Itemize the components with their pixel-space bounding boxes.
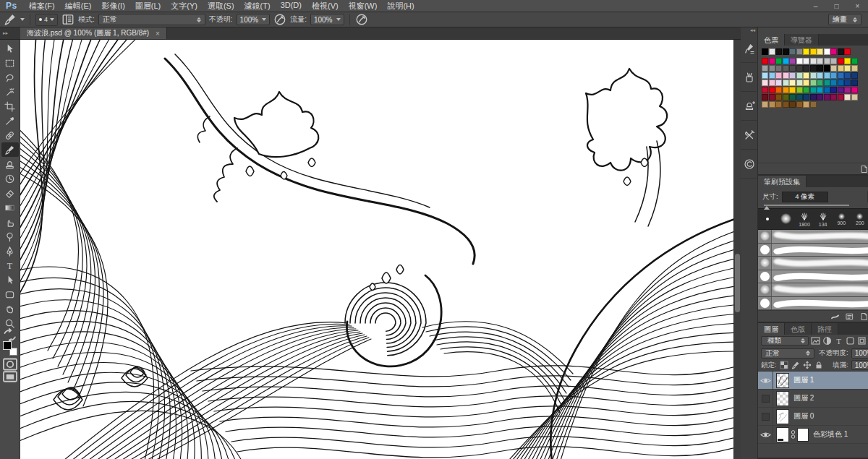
crop-tool[interactable]: [1, 99, 19, 113]
swatch[interactable]: [789, 48, 796, 55]
scrollbar-thumb[interactable]: [735, 254, 740, 312]
brush-preset-picker[interactable]: 4: [35, 14, 58, 26]
swatch[interactable]: [803, 87, 809, 93]
swap-colors-icon[interactable]: [1, 330, 19, 340]
swatch[interactable]: [844, 87, 851, 93]
collapse-panels-icon[interactable]: ▸▸: [758, 27, 868, 34]
swatch[interactable]: [838, 72, 844, 79]
swatch[interactable]: [796, 72, 803, 79]
marquee-tool[interactable]: [1, 56, 19, 70]
filter-shape-layers-icon[interactable]: [846, 336, 855, 346]
swatch[interactable]: [775, 94, 782, 100]
pen-tool[interactable]: [1, 244, 19, 258]
swatch[interactable]: [789, 58, 796, 64]
swatches-tab[interactable]: 導覽器: [785, 34, 819, 46]
swatch[interactable]: [838, 48, 844, 55]
brush-preset-row[interactable]: [758, 283, 868, 297]
swatch[interactable]: [817, 72, 823, 79]
swatch[interactable]: [844, 94, 851, 100]
swatch[interactable]: [775, 87, 782, 93]
swatch[interactable]: [824, 65, 830, 72]
swatch[interactable]: [830, 94, 837, 100]
live-tip-preview-button[interactable]: [830, 312, 840, 321]
layer-name[interactable]: 色彩填色 1: [813, 429, 848, 439]
brush-tip-preview[interactable]: 200: [851, 209, 868, 229]
swatch[interactable]: [824, 94, 830, 100]
swatch[interactable]: [824, 87, 830, 93]
swatch[interactable]: [844, 58, 851, 64]
brush-tool[interactable]: [1, 142, 19, 157]
swatch[interactable]: [775, 48, 782, 55]
brush-preset-row[interactable]: [758, 230, 868, 244]
minimize-button[interactable]: –: [805, 0, 826, 12]
swatch[interactable]: [803, 58, 809, 64]
lock-position-icon[interactable]: [803, 361, 812, 369]
swatch[interactable]: [810, 65, 817, 72]
swatch[interactable]: [783, 65, 789, 72]
layer-visibility-toggle[interactable]: [758, 390, 773, 407]
swatch[interactable]: [789, 65, 796, 72]
layer-thumbnail[interactable]: [776, 391, 789, 406]
menu-item[interactable]: 圖層(L): [130, 1, 166, 12]
swatch[interactable]: [796, 101, 803, 108]
swatch[interactable]: [783, 101, 789, 108]
swatch[interactable]: [775, 58, 782, 64]
layer-thumbnail[interactable]: [776, 373, 789, 388]
collapse-toolbar-icon[interactable]: ▸▸: [0, 27, 20, 39]
swatch[interactable]: [838, 65, 844, 72]
filter-type-layers-icon[interactable]: T: [834, 336, 843, 346]
swatch[interactable]: [851, 72, 858, 79]
clone-source-icon[interactable]: [741, 92, 758, 121]
layer-row[interactable]: 圖層 2: [758, 390, 868, 408]
collapse-dock-icon[interactable]: ◂◂: [750, 27, 757, 34]
swatch[interactable]: [803, 48, 809, 55]
canvas[interactable]: [20, 40, 733, 459]
swatch[interactable]: [783, 94, 789, 100]
brush-tip-preview[interactable]: 134: [814, 209, 833, 229]
swatch[interactable]: [769, 58, 775, 64]
swatch[interactable]: [803, 72, 809, 79]
swatch[interactable]: [769, 72, 775, 79]
swatch[interactable]: [851, 80, 858, 86]
swatch[interactable]: [783, 72, 789, 79]
creative-cloud-icon[interactable]: [741, 150, 758, 179]
blend-mode-select[interactable]: 正常: [98, 14, 205, 25]
brush-tip-preview[interactable]: [758, 209, 777, 229]
menu-item[interactable]: 編輯(E): [60, 1, 97, 12]
lock-all-icon[interactable]: [814, 361, 823, 369]
swatch[interactable]: [796, 58, 803, 64]
utilities-icon[interactable]: [741, 121, 758, 150]
swatch[interactable]: [851, 65, 858, 72]
swatch[interactable]: [783, 80, 789, 86]
swatch[interactable]: [844, 80, 851, 86]
layers-tab[interactable]: 圖層: [758, 323, 785, 335]
menu-item[interactable]: 說明(H): [382, 1, 419, 12]
foreground-color-chip[interactable]: [3, 341, 12, 350]
swatch[interactable]: [844, 72, 851, 79]
brush-tip-preview[interactable]: 1800: [795, 209, 814, 229]
magic-wand-tool[interactable]: [1, 85, 19, 99]
swatch[interactable]: [824, 72, 830, 79]
filter-adjustment-layers-icon[interactable]: [822, 336, 832, 346]
document-tab[interactable]: 海波浪.psd @ 100% (圖層 1, RGB/8#) ×: [20, 27, 167, 39]
swatch[interactable]: [762, 72, 768, 79]
menu-item[interactable]: 檔案(F): [24, 1, 60, 12]
tool-presets-icon[interactable]: [741, 63, 758, 92]
healing-brush-tool[interactable]: [1, 128, 19, 142]
swatch[interactable]: [762, 87, 768, 93]
layer-row[interactable]: 色彩填色 1: [758, 426, 868, 444]
swatch[interactable]: [775, 65, 782, 72]
brush-preset-row[interactable]: [758, 257, 868, 270]
swatch[interactable]: [796, 65, 803, 72]
eyedropper-tool[interactable]: [1, 113, 19, 128]
swatch[interactable]: [783, 48, 789, 55]
shape-tool[interactable]: [1, 287, 19, 301]
swatch[interactable]: [824, 48, 830, 55]
filter-pixel-layers-icon[interactable]: [811, 336, 820, 346]
swatch[interactable]: [810, 94, 817, 100]
swatch[interactable]: [817, 65, 823, 72]
layer-blend-mode-select[interactable]: 正常: [761, 348, 814, 359]
brush-tip-preview[interactable]: 900: [832, 209, 851, 229]
menu-item[interactable]: 3D(D): [276, 1, 307, 12]
menu-item[interactable]: 選取(S): [203, 1, 239, 12]
